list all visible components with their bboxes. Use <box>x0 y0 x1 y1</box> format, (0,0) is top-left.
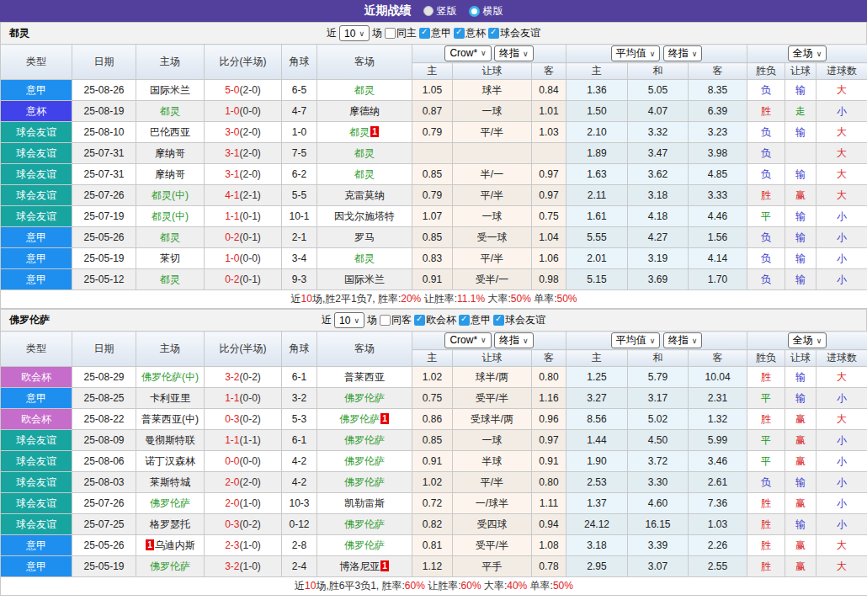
summary-text: 近 <box>295 580 305 592</box>
league-badge: 意甲 <box>1 227 72 248</box>
match-date: 25-08-06 <box>72 451 136 472</box>
col-result: 胜负 <box>747 63 785 80</box>
col-odds-home: 主 <box>412 63 453 80</box>
avg-select[interactable]: 平均值∨ <box>611 332 661 348</box>
halftime-score: (1-0) <box>240 539 261 551</box>
away-team: 佛罗伦萨 <box>317 388 412 409</box>
odds-home: 0.91 <box>412 451 453 472</box>
team-label: 乌迪内斯 <box>155 539 195 551</box>
col-avg-draw: 和 <box>628 350 689 367</box>
fulltime-score: 2-3 <box>225 539 239 551</box>
away-team: 普莱西亚 <box>317 367 412 388</box>
summary-text: 单率: <box>531 293 557 305</box>
result-wdl: 胜 <box>747 409 785 430</box>
team-label: 都灵(中) <box>152 210 189 222</box>
corner-score: 5-3 <box>282 409 317 430</box>
result-overunder: 小 <box>816 451 867 472</box>
stage-select[interactable]: 终指∨ <box>494 45 534 61</box>
away-team: 都灵 <box>317 143 412 164</box>
chevron-down-icon: ∨ <box>816 337 822 345</box>
league-badge: 球会友谊 <box>1 514 72 535</box>
avg-home: 2.11 <box>566 185 628 206</box>
halftime-score: (2-1) <box>240 189 261 201</box>
avg-draw: 3.69 <box>628 269 689 290</box>
same-venue-checkbox[interactable]: 同主 <box>385 26 417 40</box>
result-wdl: 负 <box>747 80 785 101</box>
scope-select[interactable]: 全场∨ <box>788 332 827 348</box>
handicap-line: 一/球半 <box>453 493 532 514</box>
recent-count-select[interactable]: 10∨ <box>334 312 364 328</box>
avg-draw: 5.79 <box>628 367 689 388</box>
fulltime-score: 3-0 <box>225 126 239 138</box>
col-corner: 角球 <box>282 332 317 367</box>
handicap-line: 一球 <box>453 430 532 451</box>
avg-draw: 3.17 <box>628 388 689 409</box>
home-team: 都灵 <box>136 101 205 122</box>
odds-away: 1.11 <box>532 493 566 514</box>
layout-radio-horizontal[interactable]: 横版 <box>469 4 503 19</box>
handicap-line: 一球 <box>453 206 532 227</box>
match-row: 球会友谊25-07-26佛罗伦萨2-0(1-0)10-3凯勒雷斯0.72一/球半… <box>1 493 867 514</box>
halftime-score: (0-1) <box>240 231 261 243</box>
odds-away: 0.91 <box>532 451 566 472</box>
stage-select[interactable]: 终指∨ <box>494 332 534 348</box>
match-date: 25-08-03 <box>72 472 136 493</box>
avg-group-header: 平均值∨ 终指∨ <box>566 332 747 350</box>
avg-stage-select[interactable]: 终指∨ <box>663 45 703 61</box>
result-handicap: 赢 <box>785 535 816 556</box>
league-filter-checkbox[interactable]: 意甲 <box>419 26 451 40</box>
league-filter-checkbox[interactable]: 欧会杯 <box>414 313 456 327</box>
team-label: 凯勒雷斯 <box>344 497 385 509</box>
avg-draw: 3.19 <box>628 248 689 269</box>
avg-stage-select[interactable]: 终指∨ <box>663 332 703 348</box>
league-badge: 球会友谊 <box>1 164 72 185</box>
layout-radio-vertical[interactable]: 竖版 <box>423 4 457 19</box>
league-filter-checkbox[interactable]: 意杯 <box>454 26 486 40</box>
away-team: 都灵1 <box>317 122 412 143</box>
avg-away: 7.36 <box>689 493 747 514</box>
match-row: 球会友谊25-07-19都灵(中)1-1(0-1)10-1因戈尔施塔特1.07一… <box>1 206 867 227</box>
scope-select[interactable]: 全场∨ <box>788 45 827 61</box>
result-handicap: 赢 <box>785 493 816 514</box>
odds-home: 0.83 <box>412 248 453 269</box>
avg-draw: 4.27 <box>628 227 689 248</box>
league-filter-checkbox[interactable]: 球会友谊 <box>493 313 545 327</box>
col-avg-draw: 和 <box>628 63 689 80</box>
chevron-down-icon: ∨ <box>816 50 822 58</box>
league-filter-checkbox[interactable]: 意甲 <box>459 313 491 327</box>
fulltime-score: 2-0 <box>225 476 239 488</box>
avg-home: 1.44 <box>566 430 628 451</box>
bookmaker-select[interactable]: Crow*∨ <box>444 45 491 61</box>
result-overunder: 大 <box>816 409 867 430</box>
home-team: 莱斯特城 <box>136 472 205 493</box>
halftime-score: (2-0) <box>240 168 261 180</box>
summary-text: 10 <box>301 293 312 305</box>
result-group-header: 全场∨ <box>747 45 867 63</box>
col-type: 类型 <box>1 332 72 367</box>
avg-home: 1.61 <box>566 206 628 227</box>
odds-home: 0.85 <box>412 227 453 248</box>
match-row: 欧会杯25-08-29佛罗伦萨(中)3-2(0-2)6-1普莱西亚1.02球半/… <box>1 367 867 388</box>
results-table: 类型 日期 主场 比分(半场) 角球 客场 Crow*∨ 终指∨ 平均值∨ 终指… <box>0 44 867 309</box>
avg-away: 3.23 <box>689 122 747 143</box>
handicap-line: 受平/半 <box>453 535 532 556</box>
halftime-score: (1-1) <box>240 434 261 446</box>
result-overunder: 大 <box>816 535 867 556</box>
avg-home: 24.12 <box>566 514 628 535</box>
odds-home: 0.86 <box>412 409 453 430</box>
score-cell: 1-0(0-0) <box>205 101 282 122</box>
chevron-down-icon: ∨ <box>692 337 698 345</box>
corner-score: 3-4 <box>282 248 317 269</box>
avg-select[interactable]: 平均值∨ <box>611 45 661 61</box>
avg-home: 1.25 <box>566 367 628 388</box>
bookmaker-select[interactable]: Crow*∨ <box>444 332 491 348</box>
recent-count-select[interactable]: 10∨ <box>339 25 370 41</box>
away-team: 罗马 <box>317 227 412 248</box>
league-badge: 意甲 <box>1 80 72 101</box>
same-venue-checkbox[interactable]: 同客 <box>380 313 412 327</box>
team-label: 都灵 <box>354 147 375 159</box>
league-filter-checkbox[interactable]: 球会友谊 <box>488 26 540 40</box>
avg-home: 2.10 <box>566 122 628 143</box>
team-label: 摩德纳 <box>349 105 380 117</box>
score-cell: 1-1(0-1) <box>205 206 282 227</box>
